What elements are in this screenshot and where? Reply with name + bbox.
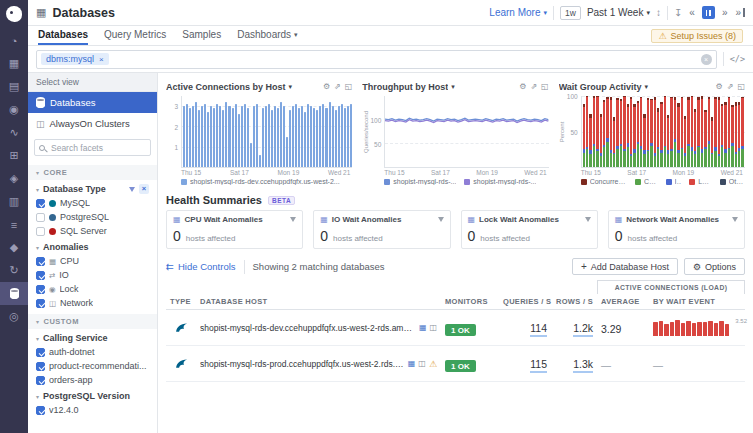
- tab-query-metrics[interactable]: Query Metrics: [104, 26, 166, 45]
- chart-settings-icon[interactable]: ⚙: [323, 82, 330, 91]
- checkbox[interactable]: [36, 348, 45, 357]
- hide-controls-button[interactable]: ⇇Hide Controls: [166, 261, 236, 272]
- notebooks-icon[interactable]: ▥: [0, 190, 28, 213]
- chart-fullscreen-icon[interactable]: ◱: [541, 82, 549, 91]
- facet-item-product-recommendati[interactable]: product-recommendati...: [28, 359, 157, 373]
- synthetics-icon[interactable]: ◎: [0, 305, 28, 328]
- view-item-databases[interactable]: Databases: [28, 92, 157, 113]
- rows-value[interactable]: 1.2k: [573, 322, 593, 337]
- time-range-short[interactable]: 1w: [560, 6, 581, 20]
- databases-icon[interactable]: [0, 282, 28, 305]
- monitors-icon[interactable]: ◉: [0, 98, 28, 121]
- column-header-by-wait-event[interactable]: BY WAIT EVENT: [649, 297, 745, 306]
- logs-icon[interactable]: ≡: [0, 213, 28, 236]
- facet-group-anomalies[interactable]: ▾Anomalies: [28, 238, 157, 254]
- table-row[interactable]: shopist-mysql-rds-prod.ccehuppdfqfx.us-w…: [166, 346, 745, 382]
- filter-icon[interactable]: [585, 215, 591, 224]
- filter-icon[interactable]: [732, 215, 738, 224]
- apps-grid-icon[interactable]: ▦: [36, 6, 46, 19]
- export-icon[interactable]: ↧: [674, 7, 682, 18]
- integrations-icon[interactable]: ⊞: [0, 144, 28, 167]
- checkbox[interactable]: [36, 257, 45, 266]
- chart-fullscreen-icon[interactable]: ◱: [345, 82, 353, 91]
- host-map-icon[interactable]: ◫: [418, 359, 426, 368]
- column-header-monitors[interactable]: MONITORS: [441, 297, 499, 306]
- dashboards-icon[interactable]: ▦: [0, 52, 28, 75]
- watchdog-icon[interactable]: ◔: [0, 29, 28, 52]
- line-plot[interactable]: [384, 96, 548, 168]
- rewind-button[interactable]: «: [688, 7, 696, 18]
- host-map-icon[interactable]: ◫: [429, 323, 437, 332]
- learn-more-dropdown[interactable]: Learn More▾: [489, 7, 547, 18]
- wait-event-sparkline[interactable]: 3.52: [653, 320, 729, 336]
- chart-export-icon[interactable]: ⇗: [334, 82, 341, 91]
- checkbox[interactable]: [36, 376, 45, 385]
- checkbox[interactable]: [36, 406, 45, 415]
- table-row[interactable]: shopist-mysql-rds-dev.ccehuppdfqfx.us-we…: [166, 310, 745, 346]
- chart-title-dropdown[interactable]: Wait Group Activity: [559, 82, 642, 92]
- facet-item-postgresql[interactable]: PostgreSQL: [28, 210, 157, 224]
- column-header-queries[interactable]: QUERIES / S: [499, 297, 551, 306]
- chart-title-dropdown[interactable]: Throughput by Host: [362, 82, 448, 92]
- facet-item-v12-4-0[interactable]: v12.4.0: [28, 403, 157, 417]
- search-input[interactable]: dbms:mysql× ×: [36, 50, 717, 69]
- facet-item-lock[interactable]: ◉Lock: [28, 282, 157, 296]
- chart-settings-icon[interactable]: ⚙: [716, 82, 723, 91]
- forward-button[interactable]: »: [721, 7, 729, 18]
- database-host-link[interactable]: shopist-mysql-rds-prod.ccehuppdfqfx.us-w…: [200, 359, 404, 369]
- expand-timeframe-icon[interactable]: ↕: [656, 7, 661, 18]
- bar-plot[interactable]: [181, 96, 352, 168]
- remove-tag-icon[interactable]: ×: [99, 55, 104, 64]
- column-header-rows[interactable]: ROWS / S: [551, 297, 597, 306]
- facet-item-auth-dotnet[interactable]: auth-dotnet: [28, 345, 157, 359]
- facet-item-orders-app[interactable]: orders-app: [28, 373, 157, 387]
- facet-search[interactable]: [34, 139, 151, 156]
- facet-group-postgresql-version[interactable]: ▾PostgreSQL Version: [28, 387, 157, 403]
- checkbox[interactable]: [36, 271, 45, 280]
- chart-export-icon[interactable]: ⇗: [530, 82, 537, 91]
- facet-group-calling-service[interactable]: ▾Calling Service: [28, 329, 157, 345]
- checkbox[interactable]: [36, 285, 45, 294]
- clear-filter-icon[interactable]: ×: [139, 184, 149, 194]
- chart-export-icon[interactable]: ⇗: [727, 82, 734, 91]
- add-database-host-button[interactable]: +Add Database Host: [572, 258, 678, 275]
- checkbox[interactable]: [36, 213, 45, 222]
- rows-value[interactable]: 1.3k: [573, 358, 593, 373]
- tab-dashboards[interactable]: Dashboards▾: [237, 26, 297, 45]
- facet-item-mysql[interactable]: MySQL: [28, 196, 157, 210]
- filter-icon[interactable]: [290, 215, 296, 224]
- tab-samples[interactable]: Samples: [182, 26, 221, 45]
- host-dashboard-icon[interactable]: ▦: [419, 323, 427, 332]
- facet-search-input[interactable]: [49, 142, 129, 154]
- queries-value[interactable]: 114: [530, 322, 547, 337]
- options-button[interactable]: ⚙Options: [684, 258, 745, 275]
- skip-to-now-button[interactable]: »: [734, 8, 745, 17]
- facet-item-cpu[interactable]: ▦CPU: [28, 254, 157, 268]
- monitor-status-badge[interactable]: 1 OK: [445, 360, 476, 372]
- view-item-alwayson-clusters[interactable]: ◫AlwaysOn Clusters: [28, 113, 157, 134]
- database-host-link[interactable]: shopist-mysql-rds-dev.ccehuppdfqfx.us-we…: [200, 323, 415, 333]
- column-header-type[interactable]: TYPE: [166, 297, 196, 306]
- column-header-database-host[interactable]: DATABASE HOST: [196, 297, 441, 306]
- clear-search-icon[interactable]: ×: [701, 54, 712, 65]
- infrastructure-icon[interactable]: ▤: [0, 75, 28, 98]
- time-range-select[interactable]: Past 1 Week▾: [587, 7, 650, 18]
- chart-fullscreen-icon[interactable]: ◱: [737, 82, 745, 91]
- facet-item-network[interactable]: ◫Network: [28, 296, 157, 310]
- pause-button[interactable]: [702, 6, 715, 19]
- ci-icon[interactable]: ↻: [0, 259, 28, 282]
- queries-value[interactable]: 115: [530, 358, 547, 373]
- facet-group-database-type[interactable]: ▾Database Type×: [28, 180, 157, 196]
- host-dashboard-icon[interactable]: ▦: [408, 359, 416, 368]
- tab-databases[interactable]: Databases: [38, 26, 88, 45]
- legend-item[interactable]: Concurrency: [581, 178, 627, 185]
- legend-item[interactable]: shopist-mysql-rds-dev.ccehuppdfqfx.us-we…: [181, 178, 340, 185]
- metrics-icon[interactable]: ∿: [0, 121, 28, 144]
- legend-item[interactable]: shopist-mysql-rds-...: [464, 178, 536, 185]
- datadog-logo[interactable]: [6, 6, 22, 22]
- legend-item[interactable]: CPU: [635, 178, 658, 185]
- chart-settings-icon[interactable]: ⚙: [519, 82, 526, 91]
- legend-item[interactable]: IO: [666, 178, 682, 185]
- chart-title-dropdown[interactable]: Active Connections by Host: [166, 82, 286, 92]
- checkbox[interactable]: [36, 299, 45, 308]
